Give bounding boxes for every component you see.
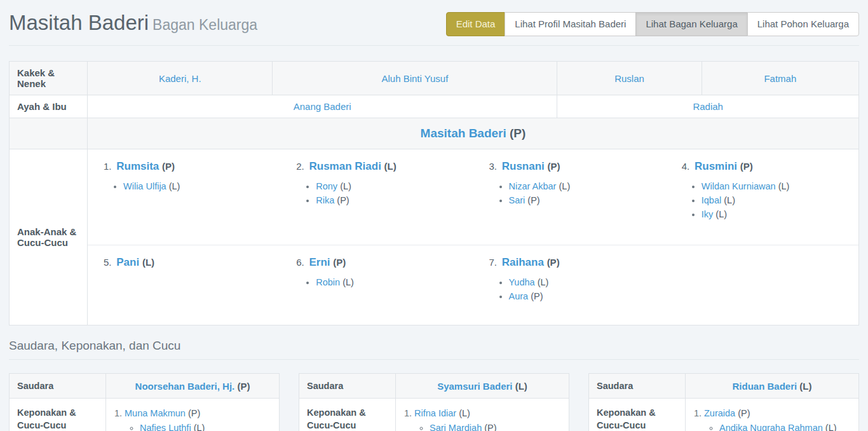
grandchild-link[interactable]: Wilia Ulfija bbox=[123, 181, 166, 191]
grandparent-link[interactable]: Kaderi, H. bbox=[159, 73, 201, 84]
nephews-list: Rifna Idiar (L) Sari Mardiah (P) bbox=[403, 406, 561, 431]
nephew-child-link[interactable]: Andika Nugraha Rahman bbox=[719, 423, 823, 431]
grandparent-cell: Fatmah bbox=[702, 62, 858, 95]
nephew-link[interactable]: Muna Makmun bbox=[125, 408, 186, 418]
child-link[interactable]: Rusmini bbox=[695, 160, 737, 172]
children-grid-row-1: 1. Rumsita (P) Wilia Ulfija (L) 2. Rusma… bbox=[88, 149, 858, 245]
grandparent-cell: Kaderi, H. bbox=[88, 62, 273, 95]
child-name-line: 2. Rusman Riadi (L) bbox=[296, 160, 464, 173]
edit-data-button[interactable]: Edit Data bbox=[446, 12, 506, 36]
person-row: Masitah Baderi (P) bbox=[10, 118, 859, 149]
view-chart-button[interactable]: Lihat Bagan Keluarga bbox=[635, 12, 747, 36]
parents-row-label: Ayah & Ibu bbox=[10, 95, 88, 118]
family-chart-table: Kakek & Nenek Kaderi, H. Aluh Binti Yusu… bbox=[9, 61, 859, 325]
child-gender: (P) bbox=[333, 257, 346, 268]
page-title: Masitah BaderiBagan Keluarga bbox=[9, 10, 257, 38]
child-entry: 3. Rusnani (P) Nizar Akbar (L) Sari (P) bbox=[473, 149, 666, 245]
person-link[interactable]: Masitah Baderi bbox=[421, 127, 506, 140]
child-link[interactable]: Pani bbox=[116, 256, 139, 268]
nephew-child-link[interactable]: Nafies Luthfi bbox=[140, 423, 191, 431]
grandchild-link[interactable]: Iqbal bbox=[702, 195, 721, 205]
sibling-row: Saudara Riduan Baderi (L) bbox=[589, 374, 859, 399]
child-number: 1. bbox=[104, 161, 112, 172]
children-row-label: Anak-Anak & Cucu-Cucu bbox=[10, 149, 88, 325]
nephew-link[interactable]: Zuraida bbox=[704, 408, 735, 418]
sibling-label: Saudara bbox=[299, 374, 396, 399]
page-container: Masitah BaderiBagan Keluarga Edit Data L… bbox=[0, 0, 868, 431]
sibling-name-cell: Riduan Baderi (L) bbox=[686, 374, 859, 399]
view-profile-button[interactable]: Lihat Profil Masitah Baderi bbox=[505, 12, 636, 36]
child-entry: 1. Rumsita (P) Wilia Ulfija (L) bbox=[88, 149, 280, 245]
child-number: 6. bbox=[296, 257, 304, 268]
child-number: 3. bbox=[489, 161, 498, 172]
child-entry: 7. Raihana (P) Yudha (L) Aura (P) bbox=[473, 245, 666, 325]
grandchild-link[interactable]: Sari bbox=[509, 195, 526, 205]
grandchild-link[interactable]: Rony bbox=[316, 181, 337, 191]
child-link[interactable]: Rusnani bbox=[502, 160, 545, 172]
grandchild-link[interactable]: Rika bbox=[316, 195, 334, 205]
header-button-group: Edit Data Lihat Profil Masitah Baderi Li… bbox=[446, 12, 859, 36]
sibling-gender: (P) bbox=[237, 381, 250, 392]
mother-link[interactable]: Radiah bbox=[693, 101, 723, 112]
children-grid-row-2: 5. Pani (L) 6. Erni (P) Robin (L) 7. Rai… bbox=[88, 245, 858, 325]
grandchild-link[interactable]: Robin bbox=[316, 277, 340, 287]
grandchild-item: Rika (P) bbox=[316, 193, 464, 207]
sibling-link[interactable]: Noorsehan Baderi, Hj. bbox=[135, 381, 235, 392]
grandchild-gender: (L) bbox=[340, 181, 351, 191]
child-link[interactable]: Rumsita bbox=[116, 160, 159, 172]
grandchild-item: Rony (L) bbox=[316, 179, 464, 193]
nephew-item: Muna Makmun (P) Nafies Luthfi (L) bbox=[125, 406, 271, 431]
grandchild-link[interactable]: Yudha bbox=[509, 277, 535, 287]
grandchild-gender: (L) bbox=[538, 277, 549, 287]
parents-row: Ayah & Ibu Anang Baderi Radiah bbox=[10, 95, 859, 118]
grandchild-gender: (L) bbox=[778, 181, 790, 191]
grandchild-link[interactable]: Aura bbox=[509, 291, 529, 301]
grandchild-link[interactable]: Wildan Kurniawan bbox=[702, 181, 776, 191]
child-name-line: 7. Raihana (P) bbox=[489, 256, 657, 269]
sibling-card: Saudara Syamsuri Baderi (L) Keponakan & … bbox=[299, 373, 569, 431]
nephews-label: Keponakan & Cucu-Cucu bbox=[589, 399, 686, 431]
grandparent-link[interactable]: Fatmah bbox=[764, 73, 796, 84]
person-cell: Masitah Baderi (P) bbox=[88, 118, 859, 149]
grandchild-item: Wilia Ulfija (L) bbox=[123, 179, 271, 193]
sibling-link[interactable]: Syamsuri Baderi bbox=[437, 381, 512, 392]
grandchildren-list: Wilia Ulfija (L) bbox=[104, 179, 271, 193]
child-number: 5. bbox=[104, 257, 112, 268]
sibling-row: Saudara Syamsuri Baderi (L) bbox=[299, 374, 569, 399]
child-entry-empty bbox=[666, 245, 858, 325]
sibling-gender: (L) bbox=[799, 381, 811, 392]
child-number: 7. bbox=[489, 257, 498, 268]
nephew-link[interactable]: Rifna Idiar bbox=[414, 408, 456, 418]
nephew-gender: (P) bbox=[738, 408, 750, 418]
page-header: Masitah BaderiBagan Keluarga Edit Data L… bbox=[9, 0, 859, 46]
nephew-child-link[interactable]: Sari Mardiah bbox=[430, 423, 482, 431]
child-link[interactable]: Rusman Riadi bbox=[309, 160, 381, 172]
grandchildren-list: Rony (L) Rika (P) bbox=[296, 179, 464, 207]
grandchild-gender: (L) bbox=[169, 181, 180, 191]
nephew-children-list: Andika Nugraha Rahman (L) bbox=[704, 421, 851, 431]
grandparent-link[interactable]: Ruslan bbox=[614, 73, 644, 84]
siblings-section-title: Saudara, Keponakan, dan Cucu bbox=[9, 339, 859, 360]
mother-cell: Radiah bbox=[557, 95, 859, 118]
nephews-label: Keponakan & Cucu-Cucu bbox=[10, 399, 106, 431]
sibling-row: Saudara Noorsehan Baderi, Hj. (P) bbox=[10, 374, 280, 399]
nephews-cell: Muna Makmun (P) Nafies Luthfi (L) bbox=[106, 399, 280, 431]
father-link[interactable]: Anang Baderi bbox=[294, 101, 351, 112]
nephew-child-gender: (L) bbox=[825, 423, 837, 431]
grandparent-link[interactable]: Aluh Binti Yusuf bbox=[382, 73, 449, 84]
children-row: Anak-Anak & Cucu-Cucu 1. Rumsita (P) Wil… bbox=[10, 149, 859, 325]
sibling-link[interactable]: Riduan Baderi bbox=[732, 381, 797, 392]
grandparents-row-label: Kakek & Nenek bbox=[10, 62, 88, 95]
child-link[interactable]: Erni bbox=[309, 256, 330, 268]
grandchild-link[interactable]: Nizar Akbar bbox=[509, 181, 557, 191]
grandchild-link[interactable]: Iky bbox=[702, 209, 714, 219]
child-number: 2. bbox=[296, 161, 304, 172]
nephews-row: Keponakan & Cucu-Cucu Zuraida (P) Andika… bbox=[589, 399, 859, 431]
sibling-gender: (L) bbox=[515, 381, 527, 392]
grandchild-item: Nizar Akbar (L) bbox=[509, 179, 657, 193]
grandchild-gender: (L) bbox=[342, 277, 354, 287]
child-link[interactable]: Raihana bbox=[502, 256, 544, 268]
view-tree-button[interactable]: Lihat Pohon Keluarga bbox=[747, 12, 859, 36]
sibling-name-cell: Syamsuri Baderi (L) bbox=[396, 374, 569, 399]
grandchildren-list: Yudha (L) Aura (P) bbox=[489, 275, 657, 303]
